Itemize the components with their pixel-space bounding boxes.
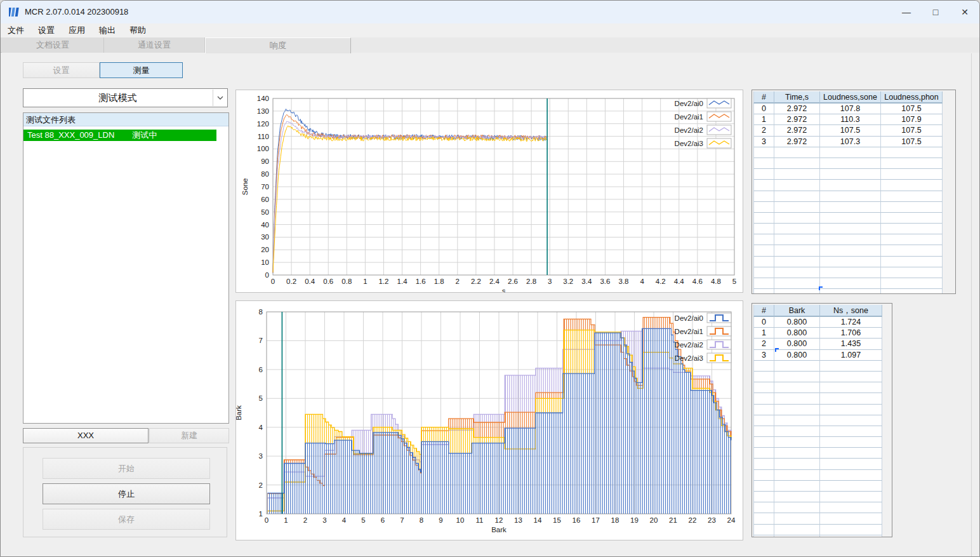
svg-text:3.4: 3.4	[581, 278, 592, 285]
svg-text:2: 2	[259, 481, 263, 489]
svg-text:7: 7	[259, 337, 263, 344]
table-cell	[753, 213, 774, 224]
table-cell	[753, 169, 774, 180]
table-cell: 1.435	[820, 339, 882, 349]
table-row: 00.8001.724	[753, 317, 882, 328]
measure-subtab-button[interactable]: 测量	[100, 62, 183, 78]
table-cell	[774, 289, 820, 294]
svg-text:15: 15	[553, 516, 561, 524]
table-header-cell: #	[753, 91, 774, 104]
svg-text:0: 0	[265, 516, 268, 524]
svg-text:1.4: 1.4	[397, 278, 408, 285]
table-row: 02.972107.8107.5	[753, 104, 943, 114]
table-cell	[881, 289, 943, 294]
table-cell	[774, 525, 820, 535]
svg-text:4: 4	[640, 278, 644, 285]
table-cell	[820, 415, 882, 426]
svg-text:120: 120	[257, 120, 269, 128]
svg-text:4.4: 4.4	[674, 278, 685, 285]
menu-item-0[interactable]: 文件	[1, 23, 31, 37]
svg-text:1: 1	[363, 278, 367, 285]
table-empty-row	[753, 361, 882, 372]
tab-loudness[interactable]: 响度	[205, 37, 351, 53]
table-cell	[820, 267, 881, 278]
start-button[interactable]: 开始	[43, 458, 210, 479]
table-empty-row	[753, 426, 882, 437]
chevron-down-icon[interactable]	[213, 90, 227, 106]
table-empty-row	[753, 158, 943, 169]
table-cell	[753, 245, 774, 256]
legend-label: Dev2/ai2	[675, 126, 703, 134]
menu-item-4[interactable]: 帮助	[122, 23, 153, 37]
specific-loudness-chart[interactable]: 0123456789101112131415161718192021222324…	[236, 301, 743, 540]
table-cell	[820, 372, 882, 382]
table-empty-row	[753, 267, 943, 278]
loudness-time-chart[interactable]: 00.20.40.60.811.21.41.61.822.22.42.62.83…	[236, 90, 743, 292]
svg-text:4.6: 4.6	[692, 278, 703, 285]
svg-text:2.4: 2.4	[489, 278, 500, 285]
save-button[interactable]: 保存	[43, 509, 210, 530]
table-cell	[774, 191, 820, 202]
table-cell	[774, 437, 820, 448]
test-file-name: Test 88_XXX_009_LDN	[27, 130, 114, 140]
svg-text:90: 90	[261, 158, 269, 165]
table-empty-row	[753, 169, 943, 180]
ns-table-panel: #BarkNs，sone00.8001.72410.8001.70620.800…	[752, 303, 892, 537]
test-file-list[interactable]: 测试文件列表 Test 88_XXX_009_LDN测试中	[23, 112, 229, 424]
svg-text:3: 3	[548, 278, 552, 285]
svg-text:60: 60	[261, 196, 269, 203]
svg-text:40: 40	[261, 221, 269, 229]
svg-text:12: 12	[495, 516, 503, 524]
svg-text:19: 19	[630, 516, 639, 524]
window-title: MCR 2.07.0.014 202300918	[25, 7, 128, 17]
table-cell	[774, 224, 820, 234]
xxx-button[interactable]: XXX	[23, 428, 149, 443]
table-cell	[774, 502, 820, 513]
stop-button[interactable]: 停止	[43, 483, 210, 504]
ns-table[interactable]: #BarkNs，sone00.8001.72410.8001.70620.800…	[753, 305, 882, 537]
table-cell	[820, 361, 882, 372]
table-cell: 3	[753, 350, 774, 361]
maximize-button[interactable]: □	[921, 1, 950, 23]
table-cell	[774, 180, 820, 191]
new-button[interactable]: 新建	[149, 428, 229, 443]
menu-item-1[interactable]: 设置	[31, 23, 62, 37]
minimize-button[interactable]: —	[892, 1, 921, 23]
table-cell	[820, 147, 881, 158]
table-cell: 2	[753, 339, 774, 349]
table-cell	[753, 202, 774, 213]
svg-text:13: 13	[514, 516, 522, 524]
close-button[interactable]: ✕	[950, 1, 979, 23]
table-cell	[753, 289, 774, 294]
svg-text:0.4: 0.4	[305, 278, 315, 285]
tab-channel-settings[interactable]: 通道设置	[104, 37, 205, 53]
table-cell	[820, 245, 881, 256]
table-cell	[820, 213, 881, 224]
table-cell	[774, 470, 820, 481]
table-cell	[753, 481, 774, 492]
legend-label: Dev2/ai1	[675, 113, 703, 121]
x-axis-label: Bark	[491, 526, 507, 534]
svg-text:3.2: 3.2	[563, 278, 573, 285]
table-cell	[820, 234, 881, 245]
menu-item-2[interactable]: 应用	[62, 23, 92, 37]
table-empty-row	[753, 180, 943, 191]
table-cell: 107.9	[881, 114, 943, 125]
table-cell	[820, 513, 882, 524]
legend-label: Dev2/ai0	[675, 100, 703, 107]
settings-subtab-button[interactable]: 设置	[23, 62, 100, 78]
tab-document-settings[interactable]: 文档设置	[2, 37, 104, 53]
test-mode-combobox[interactable]: 测试模式	[23, 88, 228, 107]
svg-text:80: 80	[261, 170, 269, 178]
menu-item-3[interactable]: 输出	[92, 23, 122, 37]
table-cell: 2.972	[774, 125, 820, 136]
table-cell	[753, 257, 774, 267]
table-header-cell: Loudness,sone	[820, 91, 881, 104]
cell-cursor-marker	[819, 286, 823, 290]
table-cell	[774, 372, 820, 382]
test-file-list-item[interactable]: Test 88_XXX_009_LDN测试中	[23, 130, 216, 141]
table-cell	[753, 415, 774, 426]
loudness-table[interactable]: #Time,sLoudness,soneLoudness,phon02.9721…	[753, 91, 943, 294]
table-cell	[881, 169, 943, 180]
table-cell	[774, 415, 820, 426]
